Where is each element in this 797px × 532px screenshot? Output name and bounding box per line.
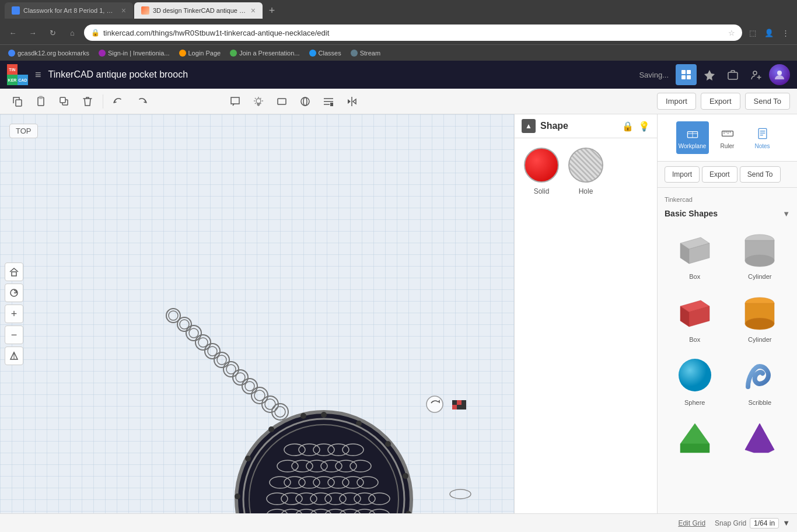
shape-item-cylinder-grey[interactable]: Cylinder [730, 225, 791, 284]
solid-shape-option[interactable]: Solid [524, 148, 559, 195]
library-dropdown-icon[interactable]: ▼ [782, 209, 790, 218]
header-buttons [676, 64, 790, 85]
svg-rect-125 [722, 131, 733, 136]
user-profile-button[interactable] [769, 64, 790, 85]
box-grey-label: Box [689, 273, 700, 280]
circle-view-button[interactable] [295, 91, 316, 112]
svg-point-32 [195, 335, 211, 350]
settings-icon[interactable]: ⋮ [778, 26, 792, 40]
browser-chrome: Classwork for Art 8 Period 1, Mr... × 3D… [0, 0, 797, 61]
gallery-view-button[interactable] [676, 64, 697, 85]
tab-classwork[interactable]: Classwork for Art 8 Period 1, Mr... × [5, 2, 133, 19]
home-button[interactable]: ⌂ [64, 24, 81, 41]
bookmarks-bar: gcasdk12.org bookmarks Sign-in | Inventi… [0, 44, 797, 61]
box-red-preview [672, 292, 718, 332]
edit-grid-text[interactable]: Edit Grid [678, 519, 705, 527]
tab-tinkercad[interactable]: 3D design TinkerCAD antique ne... × [134, 2, 263, 19]
library-category-label: Tinkercad [665, 196, 693, 203]
shape-item-pyramid-purple[interactable] [730, 414, 791, 462]
address-bar[interactable]: 🔒 tinkercad.com/things/hwR0Stbuw1t-tinke… [84, 24, 742, 41]
bookmark-classes[interactable]: Classes [306, 48, 345, 58]
ruler-button[interactable]: Ruler [711, 121, 744, 154]
redo-button[interactable] [131, 91, 152, 112]
bookmark-star-icon[interactable]: ☆ [728, 29, 735, 37]
undo-button[interactable] [108, 91, 129, 112]
svg-point-37 [217, 355, 226, 365]
briefcase-button[interactable] [722, 64, 743, 85]
sendto-button[interactable]: Send To [745, 93, 790, 110]
forward-button[interactable]: → [25, 24, 41, 41]
svg-point-139 [745, 255, 774, 267]
notes-button[interactable]: Notes [746, 121, 779, 154]
shape-item-sphere-blue[interactable]: Sphere [665, 351, 725, 410]
sphere-blue-label: Sphere [684, 399, 705, 406]
copy-button[interactable] [7, 91, 28, 112]
paste-button[interactable] [30, 91, 51, 112]
export-action-button[interactable]: Export [702, 166, 737, 183]
panel-action-buttons: Import Export Send To [658, 162, 797, 188]
back-button[interactable]: ← [5, 24, 21, 41]
bookmark-icon-signin [99, 50, 106, 57]
bookmark-signin[interactable]: Sign-in | Inventionia... [95, 48, 173, 58]
solid-shape-preview [524, 148, 559, 183]
svg-point-145 [745, 318, 774, 330]
svg-rect-130 [758, 128, 767, 138]
cylinder-grey-preview [736, 229, 783, 270]
shape-collapse-button[interactable]: ▲ [522, 119, 536, 133]
tab-close-tinkercad[interactable]: × [251, 6, 256, 15]
svg-point-36 [214, 352, 229, 368]
shape-item-roof-green[interactable] [665, 414, 725, 462]
bookmark-label-gcasdk: gcasdk12.org bookmarks [18, 50, 89, 57]
snap-grid-value[interactable]: 1/64 in [750, 518, 779, 528]
shape-view-button[interactable] [271, 91, 292, 112]
light-button[interactable] [248, 91, 269, 112]
address-text: tinkercad.com/things/hwR0Stbuw1t-tinkerc… [103, 29, 725, 37]
snap-dropdown-icon[interactable]: ▼ [782, 519, 790, 527]
hamburger-menu-icon[interactable]: ≡ [35, 69, 41, 81]
svg-point-27 [169, 311, 178, 320]
bookmark-presentation[interactable]: Join a Presentation... [226, 48, 303, 58]
bookmark-login[interactable]: Login Page [176, 48, 225, 58]
solid-label: Solid [534, 187, 550, 195]
sendto-action-button[interactable]: Send To [740, 166, 781, 183]
profile-icon[interactable]: 👤 [762, 26, 776, 40]
grid-align-button[interactable] [318, 91, 339, 112]
shape-item-scribble[interactable]: Scribble [730, 351, 791, 410]
add-person-button[interactable] [746, 64, 767, 85]
shape-light-icon[interactable]: 💡 [638, 121, 650, 132]
hole-shape-option[interactable]: Hole [568, 148, 603, 195]
svg-rect-121 [457, 405, 462, 410]
workplane-button[interactable]: Workplane [676, 121, 709, 154]
shape-item-box-grey[interactable]: Box [665, 225, 725, 284]
shape-options: Solid Hole [515, 138, 657, 205]
bookmark-stream[interactable]: Stream [347, 48, 384, 58]
logo-tin: TIN [7, 64, 18, 75]
canvas-area[interactable]: TOP + − [0, 114, 657, 513]
shape-item-cylinder-orange[interactable]: Cylinder [730, 288, 791, 346]
shapes-library: Tinkercad Basic Shapes ▼ [658, 188, 797, 469]
shape-lock-icon[interactable]: 🔒 [622, 121, 634, 132]
tab-close-classwork[interactable]: × [121, 6, 126, 15]
svg-marker-148 [680, 444, 709, 453]
duplicate-button[interactable] [54, 91, 75, 112]
import-action-button[interactable]: Import [665, 166, 700, 183]
svg-point-63 [245, 456, 251, 461]
import-button[interactable]: Import [657, 93, 696, 110]
shape-item-box-red[interactable]: Box [665, 288, 725, 346]
shape-panel-header: ▲ Shape 🔒 💡 [515, 114, 657, 138]
scribble-preview [736, 355, 783, 396]
build-button[interactable] [699, 64, 720, 85]
extensions-icon[interactable]: ⬚ [746, 26, 760, 40]
right-panel: Workplane Ruler [657, 114, 797, 513]
svg-rect-11 [39, 96, 43, 99]
logo-empty1 [18, 64, 28, 75]
nav-bar: ← → ↻ ⌂ 🔒 tinkercad.com/things/hwR0Stbuw… [0, 21, 797, 44]
mirror-button[interactable] [341, 91, 362, 112]
bookmark-gcasdk[interactable]: gcasdk12.org bookmarks [5, 48, 93, 58]
new-tab-button[interactable]: + [264, 2, 280, 19]
delete-button[interactable] [77, 91, 98, 112]
export-button[interactable]: Export [701, 93, 740, 110]
tab-icon-classwork [12, 6, 20, 15]
comment-button[interactable] [225, 91, 246, 112]
refresh-button[interactable]: ↻ [44, 24, 61, 41]
